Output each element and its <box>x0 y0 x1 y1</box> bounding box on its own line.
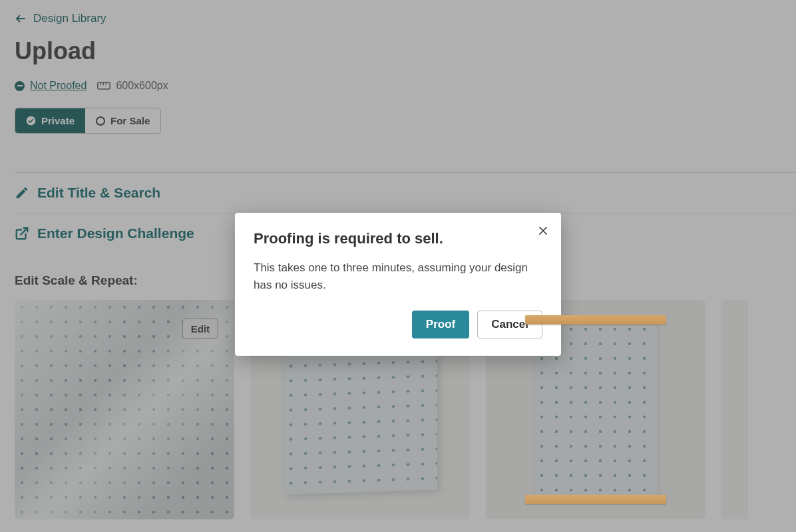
modal-overlay: Proofing is required to sell. This takes… <box>0 0 796 532</box>
modal-actions: Proof Cancel <box>254 311 542 338</box>
modal-body: This takes one to three minutes, assumin… <box>254 259 542 293</box>
modal-title: Proofing is required to sell. <box>254 230 542 247</box>
proof-button[interactable]: Proof <box>412 311 469 338</box>
close-icon[interactable] <box>537 225 549 237</box>
proofing-modal: Proofing is required to sell. This takes… <box>235 213 561 356</box>
